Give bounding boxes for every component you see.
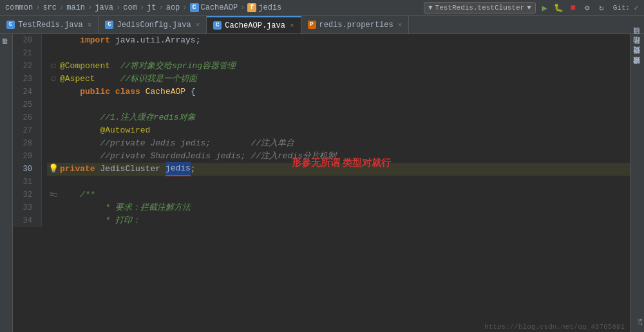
func-icon: f	[247, 3, 256, 12]
code-text-30a: JedisCluster	[95, 163, 166, 176]
run-config-dropdown-icon[interactable]: ▼	[527, 4, 531, 12]
code-text-22	[110, 60, 120, 73]
code-line-34: * 打印：	[47, 214, 630, 227]
tab-icon-jedisconfig: C	[105, 21, 113, 29]
line-num-27: 27	[13, 124, 36, 137]
code-line-26: //1.注入缓存redis对象	[47, 111, 630, 124]
tab-icon-cacheaop: C	[213, 21, 222, 30]
line-num-20: 20	[13, 34, 36, 47]
line-num-28: 28	[13, 137, 36, 150]
code-text-24a: public class CacheAOP {	[60, 86, 196, 98]
breadcrumb-bar: common › src › main › java › com › jt › …	[0, 0, 644, 16]
tab-close-redis-properties[interactable]: ×	[398, 21, 402, 29]
tab-label-redis-properties: redis.properties	[319, 21, 393, 30]
line-num-31: 31	[13, 176, 36, 189]
gutter-32: ≡ ▢	[47, 189, 60, 201]
run-build-button[interactable]: ⚙	[582, 3, 592, 13]
breadcrumb-item-src[interactable]: src	[43, 3, 57, 12]
tab-label-testredis: TestRedis.java	[18, 21, 83, 30]
bulb-icon-30[interactable]: 💡	[48, 163, 59, 176]
code-text-30b: ;	[191, 163, 196, 176]
tab-bar: C TestRedis.java × C JedisConfig.java × …	[0, 16, 644, 34]
tab-label-cacheaop: CacheAOP.java	[225, 21, 285, 30]
breadcrumb-item-main[interactable]: main	[66, 3, 85, 12]
line-numbers: 20 21 22 23 24 25 26 27 28 29 30 31 32 3…	[13, 34, 42, 227]
breadcrumb-item-aop[interactable]: aop	[166, 3, 180, 12]
tab-redis-properties[interactable]: P redis.properties ×	[301, 16, 410, 33]
tab-close-testredis[interactable]: ×	[88, 21, 92, 29]
breadcrumb-sep8: ›	[240, 3, 245, 12]
code-text-34: * 打印：	[60, 214, 140, 227]
code-comment-23: //标识我是一个切面	[120, 73, 198, 86]
code-line-20: import java.util.Arrays;	[47, 34, 630, 47]
gutter-area: 20 21 22 23 24 25 26 27 28 29 30 31 32 3…	[13, 34, 42, 332]
run-config-selector[interactable]: ▼ TestRedis.testCluster ▼	[424, 2, 536, 14]
editor-container: 项目 20 21 22 23 24 25 26 27 28 29 30 31 3…	[0, 34, 644, 332]
tab-cacheaop[interactable]: C CacheAOP.java ×	[207, 16, 301, 33]
fold-icon-22[interactable]: ▢	[52, 60, 55, 73]
line-num-32: 32	[13, 189, 36, 201]
code-line-27: @Autowired	[47, 124, 630, 137]
code-line-31	[47, 176, 630, 189]
sidebar-icon-1[interactable]: 项目	[1, 43, 12, 53]
breadcrumb-sep: ›	[35, 3, 40, 12]
right-label-structure[interactable]: 乙结构	[631, 44, 643, 55]
tab-icon-redis-properties: P	[308, 21, 316, 29]
breadcrumb-item-com[interactable]: com	[123, 3, 137, 12]
run-extra-button[interactable]: ↻	[596, 3, 607, 13]
toolbar-right: ▼ TestRedis.testCluster ▼ ▶ 🐛 ■ ⚙ ↻ Git:…	[424, 2, 639, 14]
line-num-33: 33	[13, 201, 36, 214]
code-line-33: * 要求：拦截注解方法	[47, 201, 630, 214]
tab-icon-testredis: C	[6, 21, 15, 29]
code-line-25	[47, 98, 630, 111]
breadcrumb-item-common[interactable]: common	[5, 3, 33, 12]
run-play-button[interactable]: ▶	[540, 3, 550, 13]
sidebar-left: 项目	[0, 34, 13, 332]
code-text-27: @Autowired	[60, 124, 150, 137]
code-text-32: /**	[60, 189, 95, 201]
tab-jedisconfig[interactable]: C JedisConfig.java ×	[99, 16, 207, 33]
code-text-20: import java.util.Arrays;	[60, 34, 200, 47]
line-num-29: 29	[13, 150, 36, 163]
code-line-32: ≡ ▢ /**	[47, 189, 630, 201]
right-label-search[interactable]: 搜索对话	[631, 65, 643, 75]
code-content[interactable]: import java.util.Arrays; ▢ @Component //…	[42, 34, 630, 332]
gutter-22: ▢	[47, 60, 60, 73]
code-text-23	[95, 73, 120, 86]
git-label: Git:	[613, 4, 630, 12]
tab-testredis[interactable]: C TestRedis.java ×	[0, 16, 99, 33]
code-annotation-23: @Aspect	[60, 73, 95, 86]
breadcrumb-item-jt[interactable]: jt	[147, 3, 156, 12]
code-text-33: * 要求：拦截注解方法	[60, 201, 191, 214]
gutter-23: ▢	[47, 73, 60, 86]
git-checkmark: ✓	[634, 3, 639, 13]
right-label-commit[interactable]: 提交对话	[631, 55, 643, 65]
code-line-30: 💡 private JedisCluster jedis; 形参无所谓 类型对就…	[47, 163, 630, 176]
right-panel: 项目 乙结构 提交对话 搜索对话 57	[630, 34, 644, 332]
tab-label-jedisconfig: JedisConfig.java	[117, 21, 191, 30]
breadcrumb-item-java[interactable]: java	[95, 3, 113, 12]
right-label-project[interactable]: 项目	[631, 34, 643, 44]
line-num-25: 25	[13, 98, 36, 111]
tab-close-jedisconfig[interactable]: ×	[196, 21, 200, 29]
code-jedis-highlight: jedis	[166, 162, 191, 176]
fold-icon-23[interactable]: ▢	[52, 73, 55, 86]
run-config-arrow: ▼	[428, 4, 433, 12]
code-line-23: ▢ @Aspect //标识我是一个切面	[47, 73, 630, 86]
code-comment-22: //将对象交给spring容器管理	[120, 60, 236, 73]
line-num-21: 21	[13, 47, 36, 60]
breadcrumb-file-name[interactable]: CacheAOP	[201, 3, 238, 12]
code-line-22: ▢ @Component //将对象交给spring容器管理	[47, 60, 630, 73]
fold-bracket-32[interactable]: ▢	[53, 189, 57, 201]
run-stop-button[interactable]: ■	[568, 3, 578, 13]
tab-close-cacheaop[interactable]: ×	[290, 22, 294, 30]
watermark: https://blog.csdn.net/qq_43765881	[484, 323, 625, 331]
run-config-label: TestRedis.testCluster	[435, 4, 525, 12]
run-debug-button[interactable]: 🐛	[554, 3, 564, 13]
line-num-34: 34	[13, 214, 36, 227]
breadcrumb-sep4: ›	[116, 3, 120, 12]
code-line-21	[47, 47, 630, 60]
code-line-28: //private Jedis jedis; //注入单台	[47, 137, 630, 150]
breadcrumb-func-name[interactable]: jedis	[258, 3, 281, 12]
line-num-24: 24	[13, 86, 36, 98]
